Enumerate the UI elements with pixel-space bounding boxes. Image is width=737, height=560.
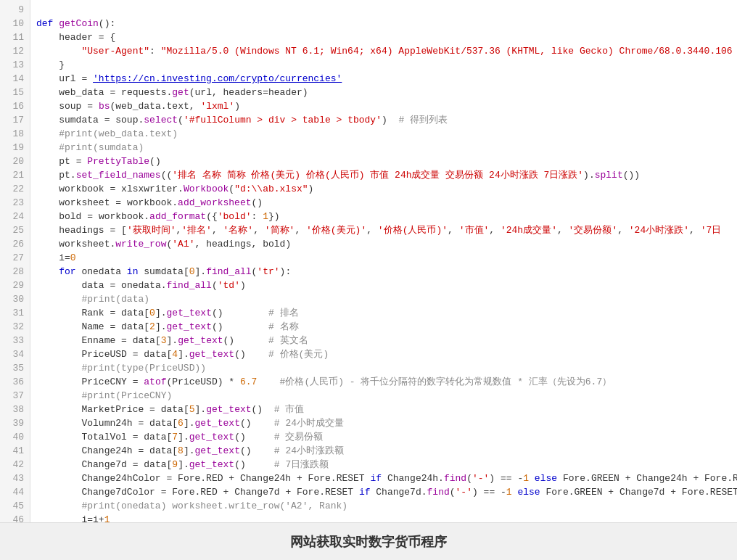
line-number: 39 [0, 416, 30, 430]
code-line: data = onedata.find_all('td') [30, 279, 737, 292]
code-line: url = 'https://cn.investing.com/crypto/c… [30, 72, 737, 86]
code-line: #print(type(PriceUSD)) [30, 361, 737, 375]
line-numbers: 9101112131415161718192021222324252627282… [0, 0, 30, 522]
line-number: 38 [0, 403, 30, 416]
line-number: 28 [0, 265, 30, 279]
line-number: 20 [0, 155, 30, 168]
line-number: 35 [0, 361, 30, 375]
code-line: pt = PrettyTable() [30, 155, 737, 168]
line-number: 27 [0, 251, 30, 265]
code-line: for onedata in sumdata[0].find_all('tr')… [30, 265, 737, 279]
line-number: 29 [0, 279, 30, 292]
code-line: bold = workbook.add_format({'bold': 1}) [30, 210, 737, 223]
line-number: 19 [0, 141, 30, 155]
code-line: Rank = data[0].get_text() # 排名 [30, 306, 737, 320]
line-number: 23 [0, 196, 30, 210]
line-number: 33 [0, 334, 30, 347]
code-line: #print(onedata) worksheet.write_row('A2'… [30, 499, 737, 513]
code-line: Name = data[2].get_text() # 名称 [30, 320, 737, 334]
line-number: 13 [0, 58, 30, 72]
code-line: #print(sumdata) [30, 141, 737, 155]
line-number: 40 [0, 430, 30, 444]
line-number: 43 [0, 472, 30, 485]
code-line: #print(data) [30, 292, 737, 306]
code-line: sumdata = soup.select('#fullColumn > div… [30, 113, 737, 127]
line-number: 24 [0, 210, 30, 223]
code-line: headings = ['获取时间','排名', '名称', '简称', '价格… [30, 223, 737, 237]
line-number: 17 [0, 113, 30, 127]
line-number: 16 [0, 99, 30, 113]
code-line: TotalVol = data[7].get_text() # 交易份额 [30, 430, 737, 444]
code-line: PriceCNY = atof(PriceUSD) * 6.7 #价格(人民币)… [30, 375, 737, 389]
code-line [30, 3, 737, 17]
line-number: 15 [0, 86, 30, 99]
line-number: 30 [0, 292, 30, 306]
code-line: Change7dColor = Fore.RED + Change7d + Fo… [30, 485, 737, 499]
code-line: web_data = requests.get(url, headers=hea… [30, 86, 737, 99]
code-line: "User-Agent": "Mozilla/5.0 (Windows NT 6… [30, 44, 737, 58]
footer-title: 网站获取实时数字货币程序 [290, 533, 447, 551]
line-number: 45 [0, 499, 30, 513]
code-line: worksheet.write_row('A1', headings, bold… [30, 237, 737, 251]
code-line: Enname = data[3].get_text() # 英文名 [30, 334, 737, 347]
line-number: 22 [0, 182, 30, 196]
code-line: } [30, 58, 737, 72]
line-number: 25 [0, 223, 30, 237]
line-number: 32 [0, 320, 30, 334]
code-line: pt.set_field_names(('排名 名称 简称 价格(美元) 价格(… [30, 168, 737, 182]
line-number: 31 [0, 306, 30, 320]
line-number: 11 [0, 30, 30, 44]
code-line: Volumn24h = data[6].get_text() # 24小时成交量 [30, 416, 737, 430]
line-number: 34 [0, 347, 30, 361]
line-number: 44 [0, 485, 30, 499]
code-line: i=i+1 [30, 513, 737, 522]
line-number: 37 [0, 389, 30, 403]
line-number: 18 [0, 127, 30, 141]
line-number: 10 [0, 17, 30, 30]
code-line: worksheet = workbook.add_worksheet() [30, 196, 737, 210]
code-line: PriceUSD = data[4].get_text() # 价格(美元) [30, 347, 737, 361]
code-line: soup = bs(web_data.text, 'lxml') [30, 99, 737, 113]
line-number: 14 [0, 72, 30, 86]
code-line: MarketPrice = data[5].get_text() # 市值 [30, 403, 737, 416]
code-line: #print(PriceCNY) [30, 389, 737, 403]
code-line: Change7d = data[9].get_text() # 7日涨跌额 [30, 458, 737, 472]
line-number: 9 [0, 3, 30, 17]
line-number: 46 [0, 513, 30, 522]
line-number: 42 [0, 458, 30, 472]
code-editor: 9101112131415161718192021222324252627282… [0, 0, 737, 522]
code-content[interactable]: def getCoin(): header = { "User-Agent": … [30, 0, 737, 522]
code-line: header = { [30, 30, 737, 44]
line-number: 41 [0, 444, 30, 458]
code-line: Change24h = data[8].get_text() # 24小时涨跌额 [30, 444, 737, 458]
line-number: 36 [0, 375, 30, 389]
line-number: 26 [0, 237, 30, 251]
code-line: workbook = xlsxwriter.Workbook("d:\\ab.x… [30, 182, 737, 196]
line-number: 12 [0, 44, 30, 58]
line-number: 21 [0, 168, 30, 182]
code-line: def getCoin(): [30, 17, 737, 30]
code-line: #print(web_data.text) [30, 127, 737, 141]
code-line: i=0 [30, 251, 737, 265]
code-line: Change24hColor = Fore.RED + Change24h + … [30, 472, 737, 485]
footer: 网站获取实时数字货币程序 [0, 522, 737, 560]
